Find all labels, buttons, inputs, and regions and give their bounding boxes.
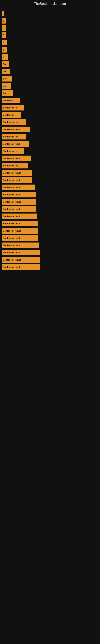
bar-item: Bottleneck res [2, 134, 26, 140]
bar-row: Bottleneck result [2, 170, 98, 176]
bar-row: B [2, 54, 98, 60]
bar-row [2, 11, 98, 16]
bar-item: Bottleneck result [2, 192, 36, 198]
bar-row: Bottleneck result [2, 206, 98, 212]
bar-item: B [2, 47, 7, 52]
bar-item: Bottleneck result [2, 221, 38, 226]
bar-row: Bottleneck result [2, 214, 98, 219]
bar-label: Bottleneck result [3, 179, 21, 181]
bar-item: Bottleneck re [2, 105, 24, 110]
bars-container: BBBBBBBoBoBottBoBottBottlenecBottleneck … [0, 7, 100, 274]
bar-label: Bottleneck result [3, 222, 21, 225]
bar-label: Bottleneck res [3, 136, 18, 138]
bar-row: Bottleneck result [2, 228, 98, 234]
bar-row: Bottleneck [2, 112, 98, 118]
bar-label: Bottleneck result [3, 258, 21, 261]
bar-row: Bottleneck result [2, 242, 98, 248]
bar-row: Bott [2, 76, 98, 82]
bar-item: Bottleneck result [2, 257, 40, 263]
bar-row: Bo [2, 83, 98, 89]
bar-row: B [2, 32, 98, 38]
bar-row: B [2, 18, 98, 24]
bar-row: Bottleneck result [2, 199, 98, 205]
bar-row: B [2, 40, 98, 45]
bar-label: Bottleneck resu [3, 164, 19, 167]
bar-item: B [2, 54, 8, 60]
bar-item: Bottleneck result [2, 177, 32, 183]
bar-item: Bottleneck res [2, 119, 26, 125]
bar-item: Bottleneck result [2, 250, 40, 256]
bar-label: Bottleneck result [3, 244, 21, 246]
bar-row: Bottleneck result [2, 126, 98, 132]
bar-label: B [3, 34, 4, 36]
bar-item: Bo [2, 83, 11, 89]
bar-row: Bottleneck result [2, 184, 98, 190]
bar-label: Bottleneck re [3, 106, 17, 109]
bar-row: Bottlenec [2, 98, 98, 103]
bar-label: Bo [3, 70, 6, 73]
bar-row: Bottleneck result [2, 156, 98, 161]
bar-item: B [2, 40, 7, 45]
bar-row: Bottleneck resu [2, 163, 98, 168]
bar-label: B [3, 41, 4, 44]
bar-label: Bottleneck result [3, 128, 21, 130]
bar-item: Bottleneck result [2, 199, 36, 205]
bar-item: B [2, 25, 6, 31]
bar-label: Bottleneck [3, 114, 14, 116]
bar-label: Bottleneck result [3, 208, 21, 210]
bar-label: Bottleneck result [3, 157, 21, 160]
bar-item: Bottleneck result [2, 126, 30, 132]
bar-item: Bottleneck re [2, 148, 24, 154]
bar-item: Bottleneck result [2, 235, 38, 241]
bar-label: B [3, 20, 4, 22]
bar-row: B [2, 47, 98, 52]
bar-row: B [2, 25, 98, 31]
bar-row: Bottleneck res [2, 134, 98, 140]
bar-label: Bottleneck result [3, 194, 21, 196]
bar-item: Bo [2, 62, 9, 67]
bar-label: Bo [3, 63, 6, 66]
bar-label: Bottleneck result [3, 266, 21, 268]
bar-item: Bottleneck result [2, 264, 40, 270]
bar-item: Bottleneck resul [2, 141, 29, 147]
bar-label: Bottleneck result [3, 186, 21, 188]
bar-row: Bottleneck res [2, 119, 98, 125]
bar-item: Bottleneck resu [2, 163, 28, 168]
bar-label: Bottlenec [3, 99, 13, 102]
bar-item: Bo [2, 69, 10, 74]
bar-item [2, 11, 4, 16]
bar-item: Bottlenec [2, 98, 20, 103]
bar-row: Bottleneck result [2, 257, 98, 263]
bar-item: Bottleneck result [2, 228, 38, 234]
bar-item: Bottleneck result [2, 184, 35, 190]
bar-row: Bottleneck resul [2, 141, 98, 147]
bar-item: Bottleneck result [2, 156, 31, 161]
bar-row: Bottleneck result [2, 177, 98, 183]
bar-label: Bottleneck result [3, 237, 21, 239]
bar-label: B [3, 48, 4, 51]
bar-label: Bottleneck result [3, 230, 21, 232]
bar-row: Bottleneck result [2, 235, 98, 241]
bar-label: Bottleneck res [3, 121, 18, 123]
bar-row: Bottleneck result [2, 192, 98, 198]
bar-item: B [2, 18, 6, 24]
bar-label: Bottleneck result [3, 201, 21, 203]
bar-row: Bo [2, 69, 98, 74]
bar-label: Bottleneck result [3, 215, 21, 218]
bar-item: B [2, 32, 6, 38]
bar-item: Bottleneck [2, 112, 21, 118]
bar-label: Bottleneck result [3, 251, 21, 254]
bar-row: Bottleneck result [2, 221, 98, 226]
bar-row: Bottleneck result [2, 250, 98, 256]
bar-row: Bottleneck re [2, 105, 98, 110]
bar-item: Bottleneck result [2, 170, 32, 176]
bar-row: Bottleneck result [2, 264, 98, 270]
site-title: TheBottlenecker.com [0, 0, 100, 7]
bar-row: Bottleneck re [2, 148, 98, 154]
bar-label: Bottleneck resul [3, 143, 20, 145]
bar-label: B [3, 56, 4, 58]
bar-row: Bo [2, 62, 98, 67]
bar-item: Bottleneck result [2, 242, 39, 248]
bar-item: Bott [2, 76, 12, 82]
bar-label: Bottleneck result [3, 172, 21, 174]
